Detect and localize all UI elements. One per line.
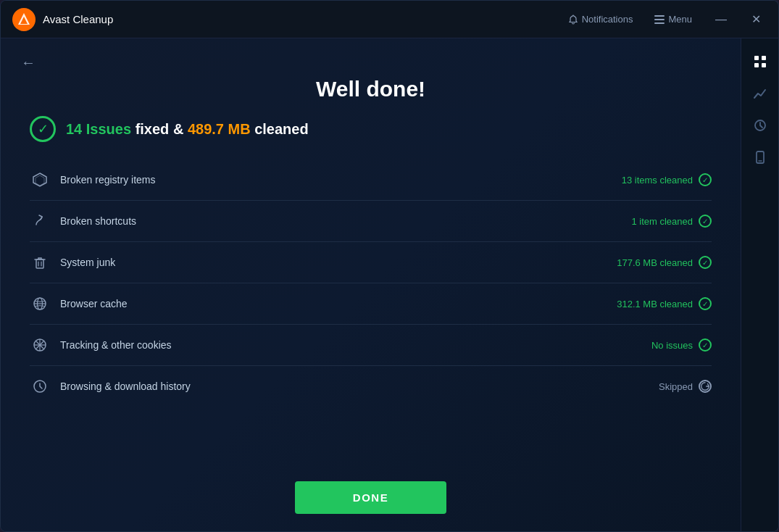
svg-rect-16: [754, 63, 759, 67]
item-left: System junk: [30, 252, 115, 273]
cleaned-text: cleaned: [254, 121, 308, 137]
svg-rect-17: [762, 63, 766, 67]
item-left: Browsing & download history: [30, 376, 191, 396]
history-icon: [30, 376, 50, 396]
item-check-icon: ✓: [699, 256, 712, 269]
item-status: Skipped: [659, 380, 712, 393]
list-item: Tracking & other cookies No issues ✓: [30, 325, 712, 366]
menu-button[interactable]: Menu: [650, 11, 696, 28]
skipped-icon: [699, 380, 712, 393]
size-text: 489.7 MB: [188, 121, 251, 137]
item-check-icon: ✓: [699, 297, 712, 310]
page-title: Well done!: [1, 77, 741, 101]
item-status: 1 item cleaned ✓: [631, 215, 712, 228]
browser-icon: [30, 294, 50, 314]
item-left: Browser cache: [30, 294, 128, 314]
svg-rect-2: [36, 259, 43, 268]
titlebar-left: Avast Cleanup: [12, 8, 113, 31]
svg-rect-14: [754, 56, 759, 60]
app-title: Avast Cleanup: [43, 13, 113, 25]
menu-icon: [654, 15, 665, 24]
item-left: Broken registry items: [30, 170, 155, 190]
item-check-icon: ✓: [699, 215, 712, 228]
device-sidebar-button[interactable]: [746, 143, 775, 172]
device-icon: [753, 150, 767, 165]
list-item: Broken shortcuts 1 item cleaned ✓: [30, 201, 712, 242]
item-status: 177.6 MB cleaned ✓: [617, 256, 712, 269]
grid-icon: [753, 54, 767, 69]
close-button[interactable]: ✕: [746, 11, 767, 28]
item-check-icon: ✓: [699, 173, 712, 186]
item-label: System junk: [60, 257, 115, 268]
item-status-text: No issues: [651, 340, 693, 351]
item-label: Broken registry items: [60, 174, 155, 186]
done-button[interactable]: DONE: [295, 481, 446, 514]
content-area: ← Well done! ✓ 14 Issues fixed & 489.7 M…: [1, 38, 741, 531]
shortcuts-icon: [30, 211, 50, 231]
chart-sidebar-button[interactable]: [746, 79, 775, 108]
chart-icon: [753, 86, 767, 101]
item-label: Browsing & download history: [60, 381, 191, 392]
list-item: Broken registry items 13 items cleaned ✓: [30, 159, 712, 201]
bell-icon: [568, 14, 578, 25]
item-label: Tracking & other cookies: [60, 339, 172, 351]
grid-sidebar-button[interactable]: [746, 47, 775, 76]
item-label: Broken shortcuts: [60, 215, 136, 227]
item-check-icon: ✓: [699, 338, 712, 352]
list-item: Browser cache 312.1 MB cleaned ✓: [30, 283, 712, 325]
summary-text: 14 Issues fixed & 489.7 MB cleaned: [66, 121, 309, 138]
item-status-text: 177.6 MB cleaned: [617, 257, 693, 268]
svg-marker-1: [36, 175, 44, 186]
item-status: No issues ✓: [651, 338, 712, 352]
back-row: ←: [1, 38, 741, 74]
item-status-text: 1 item cleaned: [631, 216, 693, 227]
junk-icon: [30, 252, 50, 273]
svg-rect-15: [762, 56, 766, 60]
right-sidebar: [741, 38, 778, 531]
cookies-icon: [30, 335, 50, 355]
notifications-label: Notifications: [582, 14, 633, 25]
items-list: Broken registry items 13 items cleaned ✓: [1, 159, 741, 464]
item-status-text: 312.1 MB cleaned: [617, 299, 693, 309]
list-item: System junk 177.6 MB cleaned ✓: [30, 242, 712, 283]
back-button[interactable]: ←: [18, 51, 38, 74]
registry-icon: [30, 170, 50, 190]
fixed-text: fixed &: [136, 121, 188, 137]
summary-check-icon: ✓: [30, 116, 56, 142]
issues-count: 14 Issues: [66, 121, 131, 137]
main-area: ← Well done! ✓ 14 Issues fixed & 489.7 M…: [1, 38, 778, 531]
item-label: Browser cache: [60, 298, 128, 309]
summary-row: ✓ 14 Issues fixed & 489.7 MB cleaned: [1, 116, 741, 142]
menu-label: Menu: [668, 14, 692, 25]
item-status-text: Skipped: [659, 381, 693, 392]
minimize-button[interactable]: —: [709, 11, 733, 28]
app-window: Avast Cleanup Notifications Menu — ✕: [0, 0, 779, 532]
history-sidebar-button[interactable]: [746, 111, 775, 140]
item-left: Broken shortcuts: [30, 211, 136, 231]
titlebar: Avast Cleanup Notifications Menu — ✕: [1, 1, 778, 38]
list-item: Browsing & download history Skipped: [30, 366, 712, 407]
item-status-text: 13 items cleaned: [622, 175, 693, 186]
titlebar-right: Notifications Menu — ✕: [564, 11, 767, 28]
item-status: 312.1 MB cleaned ✓: [617, 297, 712, 310]
app-logo: [12, 8, 36, 31]
notifications-button[interactable]: Notifications: [564, 11, 638, 28]
item-status: 13 items cleaned ✓: [622, 173, 712, 186]
history-sidebar-icon: [753, 118, 767, 133]
done-area: DONE: [1, 464, 741, 531]
item-left: Tracking & other cookies: [30, 335, 172, 355]
